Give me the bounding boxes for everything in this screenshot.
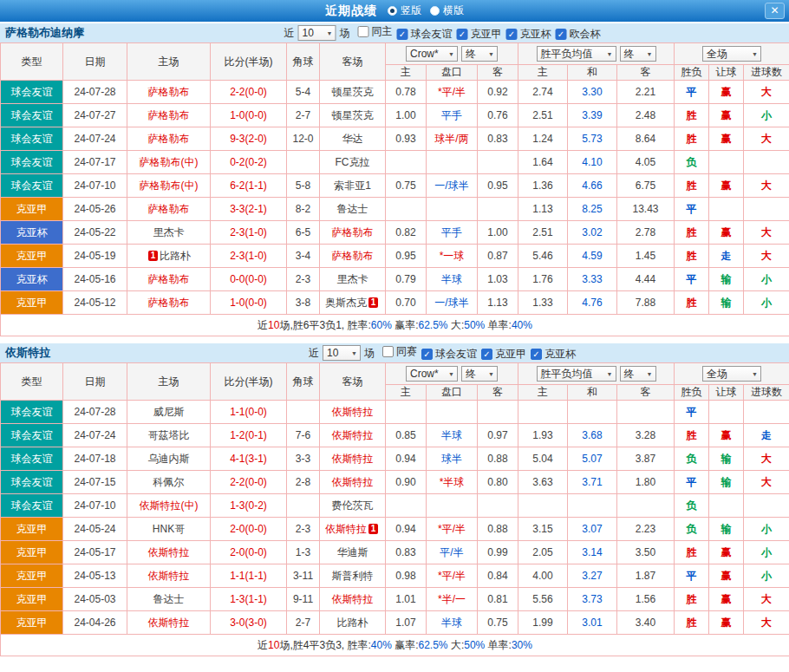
- asian-handicap: 半球: [427, 268, 478, 291]
- europe-draw-odds: 8.25: [568, 198, 617, 221]
- full-match-select[interactable]: 全场▼: [702, 46, 761, 62]
- checkbox-icon[interactable]: ✓: [506, 29, 518, 40]
- radio-icon[interactable]: [430, 6, 440, 16]
- europe-final-select[interactable]: 终▼: [620, 366, 656, 382]
- match-type-badge: 球会友谊: [1, 424, 63, 447]
- europe-away-odds: [617, 494, 675, 518]
- col-header-home: 主场: [127, 43, 211, 81]
- europe-avg-select[interactable]: 胜平负均值▼: [537, 366, 616, 382]
- match-result: 胜: [675, 541, 709, 564]
- checkbox-label: 同赛: [396, 344, 417, 359]
- handicap-result: 输: [709, 471, 744, 494]
- europe-home-odds: 1.93: [518, 424, 568, 447]
- odds-company-select[interactable]: Crow*▼: [406, 366, 458, 382]
- handicap-result: [709, 401, 744, 424]
- team-title: 依斯特拉: [5, 345, 50, 361]
- summary-part: 62.5%: [419, 639, 448, 651]
- odds-final-select[interactable]: 终▼: [461, 46, 498, 62]
- match-score: 3-3(2-1): [211, 198, 287, 221]
- filter-checkbox[interactable]: ✓欧会杯: [556, 27, 601, 42]
- sub-header-eu-home: 主: [518, 385, 568, 401]
- match-date: 24-07-24: [63, 127, 127, 151]
- away-team: 华迪斯: [320, 541, 386, 564]
- asian-handicap: *平/半: [427, 564, 478, 588]
- sub-header-goals: 进球数: [744, 385, 789, 401]
- radio-icon[interactable]: [388, 6, 397, 16]
- match-row: 球会友谊24-07-27萨格勒布1-0(0-0)2-7顿星茨克1.00平手0.7…: [1, 104, 789, 127]
- recent-count-select[interactable]: 10▼: [323, 345, 361, 361]
- filter-checkbox[interactable]: ✓球会友谊: [421, 347, 477, 362]
- team-name: 费伦茨瓦: [332, 499, 374, 512]
- recent-count-select[interactable]: 10▼: [298, 25, 336, 41]
- view-radio-horizontal[interactable]: 横版: [430, 3, 464, 18]
- full-match-select[interactable]: 全场▼: [702, 366, 761, 382]
- match-score: 1-3(1-1): [211, 588, 287, 611]
- handicap-result: 输: [709, 518, 744, 541]
- odds-final-select[interactable]: 终▼: [461, 366, 498, 382]
- match-row: 球会友谊24-07-28威尼斯1-1(0-0)依斯特拉平: [1, 401, 789, 424]
- match-type-badge: 克亚甲: [1, 541, 63, 564]
- asian-home-odds: [386, 494, 427, 518]
- corner-score: [287, 494, 320, 518]
- checkbox-icon[interactable]: [382, 346, 394, 357]
- filter-checkbox[interactable]: ✓克亚甲: [481, 347, 526, 362]
- select-value: 终: [624, 47, 635, 62]
- filter-checkbox[interactable]: ✓球会友谊: [397, 27, 453, 42]
- team-name: 萨格勒布(中): [140, 179, 199, 192]
- checkbox-icon[interactable]: ✓: [531, 349, 542, 360]
- checkbox-label: 克亚杯: [520, 27, 551, 42]
- team-name: 依斯特拉: [332, 476, 374, 488]
- team-name: FC克拉: [336, 156, 370, 168]
- view-radio-vertical[interactable]: 竖版: [388, 3, 421, 18]
- filter-checkbox[interactable]: ✓克亚杯: [506, 27, 551, 42]
- summary-part: 40%: [371, 639, 392, 651]
- corner-score: 5-4: [287, 81, 320, 104]
- goals-result: 小: [744, 291, 789, 315]
- handicap-result: 输: [709, 291, 744, 315]
- away-team: 顿星茨克: [320, 81, 386, 104]
- europe-final-select[interactable]: 终▼: [620, 46, 656, 62]
- match-date: 24-07-17: [63, 151, 127, 174]
- europe-avg-select[interactable]: 胜平负均值▼: [537, 46, 616, 62]
- filter-checkbox[interactable]: 同主: [358, 24, 393, 39]
- sub-header-result: 胜负: [675, 65, 709, 81]
- europe-draw-odds: 3.02: [568, 221, 617, 245]
- match-score: 2-0(0-0): [211, 541, 287, 564]
- match-row: 球会友谊24-07-17萨格勒布(中)0-2(0-2)FC克拉1.644.104…: [1, 151, 789, 174]
- filter-checkbox[interactable]: 同赛: [382, 344, 417, 359]
- checkbox-icon[interactable]: ✓: [457, 29, 468, 40]
- europe-home-odds: 1.76: [518, 268, 568, 291]
- team-name: 里杰卡: [153, 226, 185, 238]
- sub-header-handicap-result: 让球: [709, 65, 744, 81]
- goals-result: 小: [744, 518, 789, 541]
- summary-text: 近10场,胜4平3负3, 胜率:40% 赢率:62.5% 大:50% 单率:30…: [1, 635, 789, 656]
- sub-header-handicap: 盘口: [427, 385, 478, 401]
- match-result: 负: [675, 518, 709, 541]
- filter-checkbox[interactable]: ✓克亚杯: [531, 347, 576, 362]
- team-name: 比路朴: [337, 617, 368, 629]
- close-icon[interactable]: ✕: [765, 3, 785, 19]
- odds-company-select[interactable]: Crow*▼: [406, 46, 458, 62]
- checkbox-icon[interactable]: ✓: [421, 349, 433, 360]
- asian-away-odds: 0.87: [478, 245, 518, 268]
- away-team: 依斯特拉1: [320, 518, 386, 541]
- home-team: 1比路朴: [127, 245, 211, 268]
- match-result: 胜: [675, 174, 709, 198]
- away-team: 奥斯杰克1: [320, 291, 386, 315]
- asian-away-odds: [478, 494, 518, 518]
- europe-draw-odds: 3.68: [568, 424, 617, 447]
- filter-checkbox[interactable]: ✓克亚甲: [457, 27, 502, 42]
- match-type-badge: 球会友谊: [1, 151, 63, 174]
- goals-result: 大: [744, 588, 789, 611]
- filter-bar: 近 10▼ 场 同赛✓球会友谊✓克亚甲✓克亚杯: [309, 344, 576, 362]
- checkbox-icon[interactable]: [358, 26, 369, 37]
- match-type-badge: 克亚甲: [1, 588, 63, 611]
- checkbox-icon[interactable]: ✓: [556, 29, 567, 40]
- away-team: 比路朴: [320, 611, 386, 635]
- checkbox-icon[interactable]: ✓: [397, 29, 408, 40]
- match-result: 平: [675, 564, 709, 588]
- match-score: 1-3(0-2): [211, 494, 287, 518]
- team-name: 奥斯杰克: [325, 297, 367, 309]
- europe-home-odds: 2.51: [518, 221, 568, 245]
- checkbox-icon[interactable]: ✓: [481, 349, 492, 360]
